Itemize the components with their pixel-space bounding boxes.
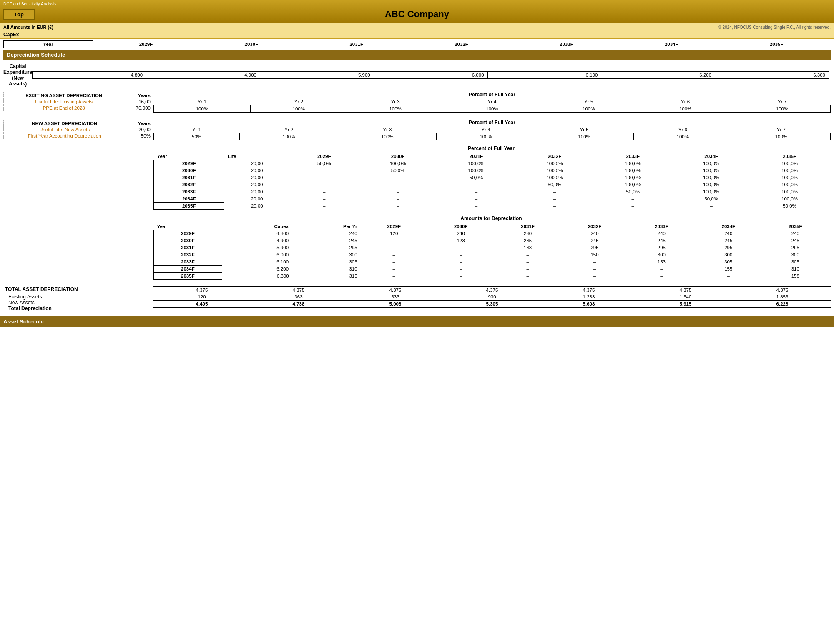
pct-row-2030: 2030F 20,00 – 50,0% 100,0% 100,0% 100,0%… [154,167,829,174]
capex-2035: 6.300 [715,72,829,79]
new-yr6-header: Yr 6 [633,126,732,133]
capex-2031: 5.900 [260,72,374,79]
amt-row-2032: 2032F 6.000 300 – – – 150 300 300 300 [154,251,829,258]
amt-row-2035: 2035F 6.300 315 – – – – – – 158 [154,273,829,280]
existing-assets-row: 4.375 4.375 4.375 4.375 4.375 4.375 4.37… [153,287,831,294]
capex-2029: 4.800 [33,72,146,79]
new-yr3-header: Yr 3 [338,126,437,133]
pct-2029-col: 2029F [289,153,359,160]
existing-asset-title: EXISTING ASSET DEPRECIATION [4,92,124,99]
new-yr3: 100% [338,133,437,140]
ppe-value: 70.000 [124,105,153,111]
top-button[interactable]: Top [3,9,35,20]
year-2033: 2033F [514,41,619,48]
capex-2032: 6.000 [374,72,487,79]
capex-label: Capital Expenditure (New Assets) [3,63,32,87]
header-bar: DCF and Sensitivity Analysis Top ABC Com… [0,0,834,23]
useful-life-new-value: 20,00 [126,127,153,133]
new-assets-label: New Assets [5,300,153,306]
yr4-header: Yr 4 [444,98,540,105]
amt-row-2031: 2031F 5.900 295 – – 148 295 295 295 295 [154,244,829,251]
pct-row-2034: 2034F 20,00 – – – – – 50,0% 100,0% [154,195,829,203]
capex-2030: 4.900 [146,72,260,79]
pct-2033-2030: 100,0% [594,167,672,174]
yr1-header: Yr 1 [154,98,251,105]
pct-2031-2029: 100,0% [437,160,515,167]
yr3-header: Yr 3 [347,98,444,105]
capex-values-table: 4.800 4.900 5.900 6.000 6.100 6.200 6.30… [32,71,829,79]
pct-2032-2030: 100,0% [515,167,594,174]
new-asset-left: NEW ASSET DEPRECIATION Years Useful Life… [3,120,153,139]
pct-row-year-2029: 2029F [154,160,224,167]
capex-2034: 6.200 [601,72,715,79]
pct-2030-2030: 50,0% [359,167,437,174]
total-depr-row: 4.495 4.738 5.008 5.305 5.608 5.915 6.22… [153,301,831,308]
pct-2035-col: 2035F [751,153,829,160]
new-yr4-header: Yr 4 [437,126,535,133]
pct-row-2029: 2029F 20,00 50,0% 100,0% 100,0% 100,0% 1… [154,160,829,167]
pct-2031-2030: 100,0% [437,167,515,174]
total-asset-title: TOTAL ASSET DEPRECIATION [5,286,153,292]
new-asset-right: Percent of Full Year Yr 1 Yr 2 Yr 3 Yr 4… [153,120,831,140]
total-asset-left: TOTAL ASSET DEPRECIATION Existing Assets… [3,286,153,311]
yr2-header: Yr 2 [250,98,347,105]
pct-2031-col: 2031F [437,153,515,160]
dcf-label: DCF and Sensitivity Analysis [3,2,831,6]
depreciation-schedule-header: Depreciation Schedule [3,50,831,60]
year-2031: 2031F [304,41,409,48]
new-yr2: 100% [240,133,338,140]
new-yr1-header: Yr 1 [154,126,240,133]
amt-year-col: Year [154,223,222,230]
pct-row-2032: 2032F 20,00 – – – 50,0% 100,0% 100,0% 10… [154,181,829,188]
existing-yr5: 100% [540,105,637,113]
pct-life-2030: 20,00 [224,167,289,174]
existing-yr7: 100% [734,105,831,113]
asset-schedule-bar: Asset Schedule [0,316,834,327]
year-2034: 2034F [619,41,724,48]
year-header-table: Year 2029F 2030F 2031F 2032F 2033F 2034F… [3,40,829,48]
yr7-header: Yr 7 [734,98,831,105]
yr5-header: Yr 5 [540,98,637,105]
amt-row-2033: 2033F 6.100 305 – – – – 153 305 305 [154,258,829,266]
total-asset-right: 4.375 4.375 4.375 4.375 4.375 4.375 4.37… [153,286,831,308]
page-title: ABC Company [385,9,449,20]
pct-2030-2029: 100,0% [359,160,437,167]
pct-life-2029: 20,00 [224,160,289,167]
pct-life-2031: 20,00 [224,174,289,181]
new-assets-row: 120 363 633 930 1.233 1.540 1.853 [153,293,831,301]
amt-row-2029: 2029F 4.800 240 120 240 240 240 240 240 … [154,230,829,237]
amt-capex-col: Capex [222,223,292,230]
amt-row-2034: 2034F 6.200 310 – – – – – 155 310 [154,266,829,273]
pct-row-2031: 2031F 20,00 – – 50,0% 100,0% 100,0% 100,… [154,174,829,181]
useful-life-existing-label: Useful Life: Existing Assets [4,99,124,105]
capex-section-label: CapEx [0,31,834,39]
existing-yr1: 100% [154,105,251,113]
new-yr7: 100% [732,133,830,140]
pct-2034-2030: 100,0% [672,167,751,174]
new-yr5-header: Yr 5 [535,126,633,133]
new-yr1: 50% [154,133,240,140]
new-yr7-header: Yr 7 [732,126,830,133]
pct-2032-2029: 100,0% [515,160,594,167]
pct-row-year-2031: 2031F [154,174,224,181]
new-yr5: 100% [535,133,633,140]
yr6-header: Yr 6 [637,98,734,105]
pct-2034-col: 2034F [672,153,751,160]
pct-2035-2030: 100,0% [751,167,829,174]
year-2035: 2035F [724,41,829,48]
pct-full-year-section: Percent of Full Year Year Life 2029F 203… [153,145,829,210]
existing-yr3: 100% [347,105,444,113]
pct-row-2035: 2035F 20,00 – – – – – – 50,0% [154,203,829,210]
useful-life-existing-value: 16,00 [124,99,153,105]
amounts-label: All Amounts in EUR (€) [3,25,53,30]
existing-asset-right: Percent of Full Year Yr 1 Yr 2 Yr 3 Yr 4… [153,92,831,113]
new-yr2-header: Yr 2 [240,126,338,133]
pct-2033-col: 2033F [594,153,672,160]
useful-life-new-label: Useful Life: New Assets [4,127,126,133]
first-year-label: First Year Accounting Depreciation [4,133,126,139]
pct-2029-2029: 50,0% [289,160,359,167]
main-content: Year 2029F 2030F 2031F 2032F 2033F 2034F… [0,39,834,313]
pct-2034-2029: 100,0% [672,160,751,167]
existing-pct-label: Percent of Full Year [153,92,831,98]
year-2029: 2029F [93,41,199,48]
